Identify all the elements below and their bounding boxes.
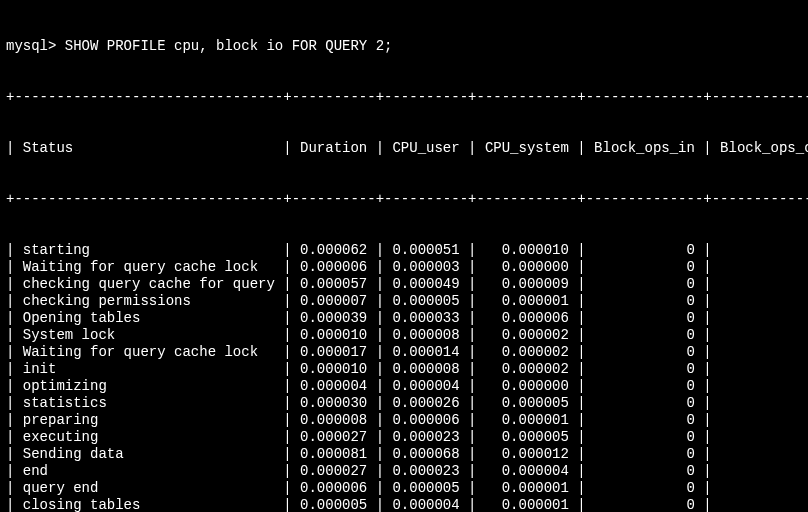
terminal[interactable]: mysql> SHOW PROFILE cpu, block io FOR QU… <box>0 0 808 512</box>
table-row: | init | 0.000010 | 0.000008 | 0.000002 … <box>6 361 802 378</box>
table-row: | closing tables | 0.000005 | 0.000004 |… <box>6 497 802 512</box>
table-row: | checking query cache for query | 0.000… <box>6 276 802 293</box>
table-row: | starting | 0.000062 | 0.000051 | 0.000… <box>6 242 802 259</box>
table-row: | Waiting for query cache lock | 0.00000… <box>6 259 802 276</box>
table-row: | statistics | 0.000030 | 0.000026 | 0.0… <box>6 395 802 412</box>
table-row: | preparing | 0.000008 | 0.000006 | 0.00… <box>6 412 802 429</box>
table-row: | optimizing | 0.000004 | 0.000004 | 0.0… <box>6 378 802 395</box>
table-row: | executing | 0.000027 | 0.000023 | 0.00… <box>6 429 802 446</box>
table-row: | end | 0.000027 | 0.000023 | 0.000004 |… <box>6 463 802 480</box>
sql-command: SHOW PROFILE cpu, block io FOR QUERY 2; <box>65 38 393 54</box>
command-line: mysql> SHOW PROFILE cpu, block io FOR QU… <box>6 38 802 55</box>
table-row: | query end | 0.000006 | 0.000005 | 0.00… <box>6 480 802 497</box>
table-row: | Opening tables | 0.000039 | 0.000033 |… <box>6 310 802 327</box>
table-row: | Sending data | 0.000081 | 0.000068 | 0… <box>6 446 802 463</box>
table-top-border: +--------------------------------+------… <box>6 89 802 106</box>
table-row: | Waiting for query cache lock | 0.00001… <box>6 344 802 361</box>
table-row: | checking permissions | 0.000007 | 0.00… <box>6 293 802 310</box>
table-header-row: | Status | Duration | CPU_user | CPU_sys… <box>6 140 802 157</box>
table-row: | System lock | 0.000010 | 0.000008 | 0.… <box>6 327 802 344</box>
table-header-divider: +--------------------------------+------… <box>6 191 802 208</box>
prompt: mysql> <box>6 38 65 54</box>
